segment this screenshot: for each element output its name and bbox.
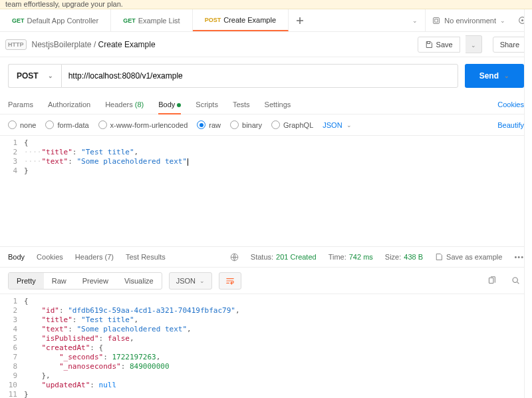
modified-indicator (177, 103, 181, 107)
breadcrumb[interactable]: NestjsBoilerplate / Create Example (32, 40, 156, 49)
request-body-editor[interactable]: 1234 { ····"title": "Test title", ····"t… (0, 136, 532, 246)
tab-default-app-controller[interactable]: GETDefault App Controller (0, 9, 111, 31)
tab-params[interactable]: Params (8, 100, 33, 108)
svg-point-3 (521, 19, 523, 21)
tab-tests[interactable]: Tests (233, 100, 250, 108)
body-format-selector[interactable]: JSON⌄ (323, 121, 351, 129)
save-dropdown[interactable]: ⌄ (466, 35, 482, 53)
beautify-button[interactable]: Beautify (497, 121, 524, 129)
resp-tab-cookies[interactable]: Cookies (37, 253, 63, 261)
time-value: 742 ms (349, 253, 373, 261)
time-label: Time: 742 ms (329, 253, 373, 261)
tab-body[interactable]: Body (158, 100, 181, 108)
method-selector[interactable]: POST⌄ (8, 64, 61, 88)
svg-rect-4 (427, 41, 430, 43)
new-tab-button[interactable] (289, 17, 311, 25)
status-value: 201 Created (276, 253, 317, 261)
response-body-viewer[interactable]: 1234567891011 { "id": "dfdb619c-59aa-4cd… (0, 294, 532, 398)
response-section-tabs: Body Cookies Headers (7) Test Results St… (0, 246, 532, 268)
wrap-lines-button[interactable] (219, 272, 241, 290)
svg-point-7 (513, 278, 517, 282)
response-format-selector[interactable]: JSON⌄ (169, 272, 212, 290)
tab-scripts[interactable]: Scripts (196, 100, 218, 108)
view-preview[interactable]: Preview (74, 273, 116, 289)
tab-authorization[interactable]: Authorization (48, 100, 90, 108)
url-row: POST⌄ Send⌄ (0, 57, 532, 95)
view-visualize[interactable]: Visualize (116, 273, 162, 289)
response-view-controls: Pretty Raw Preview Visualize JSON⌄ (0, 268, 532, 294)
save-icon (425, 41, 433, 49)
save-icon (435, 253, 443, 261)
request-title-row: HTTP NestjsBoilerplate / Create Example … (0, 32, 532, 57)
request-section-tabs: Params Authorization Headers (8) Body Sc… (0, 95, 532, 114)
cookies-link[interactable]: Cookies (497, 100, 524, 108)
share-button[interactable]: Share (493, 37, 527, 53)
view-mode-group: Pretty Raw Preview Visualize (8, 272, 162, 290)
http-badge: HTTP (5, 39, 27, 50)
send-button[interactable]: Send⌄ (465, 64, 524, 88)
chevron-down-icon: ⌄ (504, 73, 509, 79)
network-icon[interactable] (230, 253, 239, 262)
search-icon (511, 276, 520, 285)
size-label: Size: 438 B (385, 253, 423, 261)
wrap-icon (225, 277, 235, 285)
view-raw[interactable]: Raw (44, 273, 74, 289)
body-type-options: none form-data x-www-form-urlencoded raw… (0, 114, 532, 136)
environment-selector[interactable]: No environment ⌄ (425, 9, 512, 31)
line-gutter: 1234 (0, 136, 24, 246)
chevron-down-icon: ⌄ (48, 73, 53, 79)
save-as-example-button[interactable]: Save as example (435, 253, 502, 261)
size-value: 438 B (404, 253, 423, 261)
search-button[interactable] (507, 272, 524, 290)
line-gutter: 1234567891011 (0, 294, 24, 398)
tabs-overflow-dropdown[interactable]: ⌄ (405, 17, 425, 24)
body-binary-radio[interactable]: binary (230, 120, 262, 129)
chevron-down-icon: ⌄ (500, 17, 505, 24)
resp-tab-headers[interactable]: Headers (7) (75, 253, 114, 261)
resp-tab-body[interactable]: Body (8, 253, 25, 261)
body-graphql-radio[interactable]: GraphQL (271, 120, 313, 129)
tab-example-list[interactable]: GETExample List (111, 9, 193, 31)
copy-icon (487, 276, 496, 285)
chevron-down-icon: ⌄ (346, 122, 352, 128)
body-urlencoded-radio[interactable]: x-www-form-urlencoded (98, 120, 188, 129)
body-raw-radio[interactable]: raw (197, 120, 221, 129)
svg-rect-6 (489, 278, 493, 283)
url-input[interactable] (61, 64, 458, 88)
save-button[interactable]: Save (418, 37, 460, 53)
right-rail (524, 9, 532, 398)
status-label: Status: 201 Created (251, 253, 317, 261)
resp-tab-tests[interactable]: Test Results (126, 253, 166, 261)
request-tabs-row: GETDefault App Controller GETExample Lis… (0, 9, 532, 32)
upgrade-banner: team effortlessly, upgrade your plan. (0, 0, 532, 9)
copy-button[interactable] (483, 272, 500, 290)
tab-create-example[interactable]: POSTCreate Example (193, 9, 289, 31)
body-none-radio[interactable]: none (8, 120, 36, 129)
svg-rect-0 (434, 17, 440, 23)
view-pretty[interactable]: Pretty (9, 273, 44, 289)
tab-settings[interactable]: Settings (265, 100, 291, 108)
environment-icon (432, 17, 440, 25)
tab-headers[interactable]: Headers (8) (105, 100, 144, 108)
body-formdata-radio[interactable]: form-data (45, 120, 88, 129)
svg-rect-1 (435, 19, 438, 22)
chevron-down-icon: ⌄ (200, 278, 205, 284)
more-actions[interactable]: ••• (514, 253, 524, 261)
